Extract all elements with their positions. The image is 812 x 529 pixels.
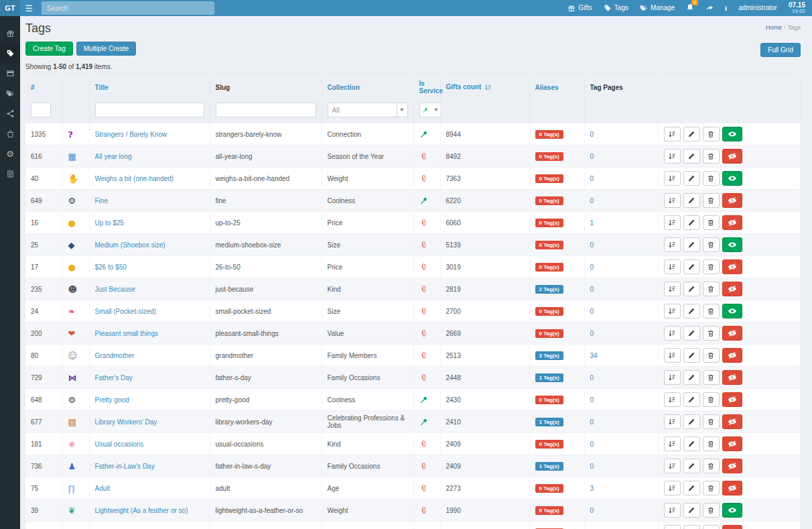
toggle-visibility-button[interactable] [722,193,742,208]
id-filter-input[interactable] [31,103,51,117]
tag-title-link[interactable]: Strangers / Barely Know [95,131,167,138]
full-grid-button[interactable]: Full Grid [760,43,801,57]
slug-filter-input[interactable] [216,103,316,117]
sort-row-button[interactable] [664,326,681,341]
tag-title-link[interactable]: $26 to $50 [95,263,127,271]
edit-button[interactable] [683,436,700,451]
toggle-visibility-button[interactable] [722,215,742,230]
sidebar-item-gifts[interactable] [0,23,20,43]
toggle-visibility-button[interactable] [722,326,742,341]
sort-row-button[interactable] [664,304,681,318]
sidebar-item-window[interactable] [0,63,20,83]
nav-gifts-link[interactable]: Gifts [567,4,592,12]
toggle-visibility-button[interactable] [722,149,742,164]
breadcrumb-home-link[interactable]: Home [766,24,782,31]
delete-button[interactable] [703,304,720,318]
notifications-button[interactable]: 0 [686,2,694,14]
tag-title-link[interactable]: Father-in-Law's Day [95,463,155,470]
edit-button[interactable] [683,127,700,141]
delete-button[interactable] [703,237,720,252]
tag-title-link[interactable]: Grandmother [95,352,135,359]
tag-pages-link[interactable]: 0 [590,463,594,470]
toggle-visibility-button[interactable] [722,259,742,274]
tag-pages-link[interactable]: 0 [590,153,594,160]
tag-title-link[interactable]: Adult [95,485,111,492]
sidebar-item-share[interactable] [0,103,20,123]
toggle-visibility-button[interactable] [722,370,742,385]
sort-row-button[interactable] [664,503,681,518]
sort-row-button[interactable] [664,193,681,208]
toggle-visibility-button[interactable] [722,503,742,518]
tag-title-link[interactable]: Just Because [95,286,135,293]
tag-pages-link[interactable]: 0 [590,263,594,271]
tag-pages-link[interactable]: 0 [590,175,594,182]
tag-title-link[interactable]: Weighs a bit (one-handed) [95,175,174,182]
app-logo[interactable]: GT [0,0,20,16]
tag-pages-link[interactable]: 0 [590,374,594,381]
tag-title-link[interactable]: Up to $25 [95,219,124,227]
toggle-visibility-button[interactable] [722,414,742,429]
delete-button[interactable] [703,193,720,208]
create-tag-button[interactable]: Create Tag [25,42,73,56]
sort-aliases-link[interactable]: Aliases [535,84,559,91]
tag-pages-link[interactable]: 1 [590,219,594,227]
sidebar-item-file[interactable] [0,164,20,184]
delete-button[interactable] [703,149,720,164]
toggle-visibility-button[interactable] [722,436,742,451]
sort-row-button[interactable] [664,215,681,230]
delete-button[interactable] [703,171,720,186]
toggle-visibility-button[interactable] [722,282,742,296]
sort-is-service-link[interactable]: Is Service [419,80,444,95]
edit-button[interactable] [683,149,700,164]
tag-pages-link[interactable]: 0 [590,286,594,293]
search-input[interactable] [42,1,214,15]
tag-pages-link[interactable]: 0 [590,507,594,514]
tag-pages-link[interactable]: 0 [590,241,594,249]
tag-title-link[interactable]: Pretty good [95,396,129,404]
edit-button[interactable] [683,193,700,208]
sort-row-button[interactable] [664,370,681,385]
tag-title-link[interactable]: Father's Day [95,374,133,381]
multiple-create-button[interactable]: Multiple Create [76,42,136,56]
is-service-filter-select[interactable] [419,103,441,117]
delete-button[interactable] [703,215,720,230]
sort-id-link[interactable]: # [31,84,35,91]
edit-button[interactable] [683,370,700,385]
sort-row-button[interactable] [664,481,681,495]
sort-row-button[interactable] [664,436,681,451]
edit-button[interactable] [683,326,700,341]
sort-collection-link[interactable]: Collection [328,84,360,91]
delete-button[interactable] [703,459,720,473]
title-filter-input[interactable] [95,103,204,117]
sidebar-item-settings[interactable]: ⚙ [0,143,20,164]
sort-row-button[interactable] [664,237,681,252]
edit-button[interactable] [683,481,700,495]
delete-button[interactable] [703,392,720,407]
tag-title-link[interactable]: Library Workers' Day [95,418,157,426]
user-menu[interactable]: administrator [738,4,777,11]
delete-button[interactable] [703,259,720,274]
edit-button[interactable] [683,259,700,274]
toggle-visibility-button[interactable] [722,237,742,252]
edit-button[interactable] [683,215,700,230]
delete-button[interactable] [703,503,720,518]
tag-title-link[interactable]: Usual occasions [95,440,144,448]
tag-title-link[interactable]: All year long [95,153,132,160]
sidebar-toggle-icon[interactable]: ☰ [20,3,38,13]
toggle-visibility-button[interactable] [722,481,742,495]
sidebar-item-bag[interactable] [0,123,20,143]
tag-pages-link[interactable]: 0 [590,131,594,138]
sort-row-button[interactable] [664,127,681,141]
sort-row-button[interactable] [664,259,681,274]
share-arrow-icon[interactable] [705,4,714,12]
toggle-visibility-button[interactable] [722,392,742,407]
tag-pages-link[interactable]: 0 [590,396,594,404]
sort-row-button[interactable] [664,392,681,407]
toggle-visibility-button[interactable] [722,459,742,473]
toggle-visibility-button[interactable] [722,171,742,186]
tag-title-link[interactable]: Pleasant small things [95,330,159,337]
collection-filter-select[interactable]: All [328,103,408,117]
tag-pages-link[interactable]: 0 [590,330,594,337]
nav-manage-link[interactable]: Manage [640,4,675,12]
tag-title-link[interactable]: Lightweight (As a feather or so) [95,507,188,514]
